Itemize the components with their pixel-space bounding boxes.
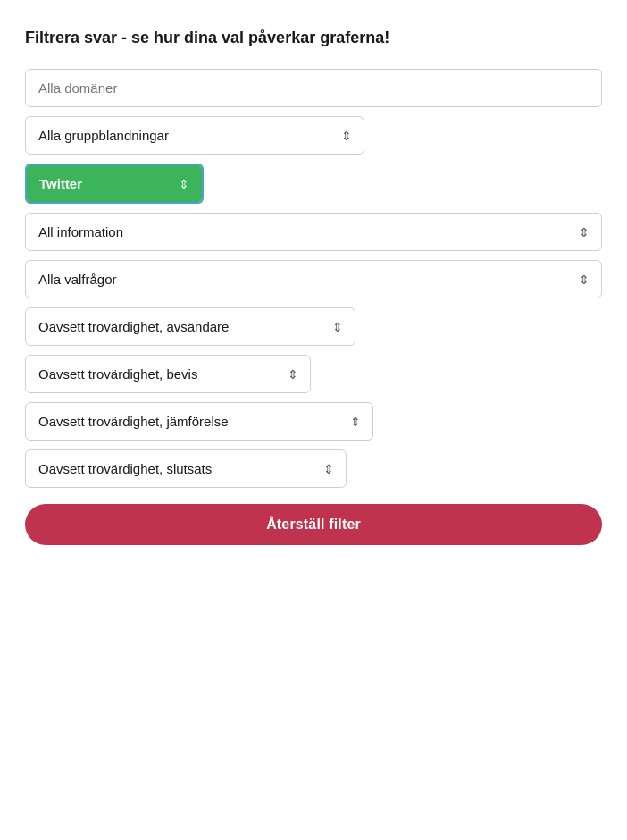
filter-group: Alla gruppblandningar ⇕ Twitter Facebook… [25,69,602,545]
platform-select[interactable]: Twitter Facebook Instagram [27,165,202,202]
credibility-sender-wrapper: Oavsett trovärdighet, avsändare ⇕ [25,307,355,346]
election-wrapper: Alla valfrågor ⇕ [25,260,602,298]
election-select[interactable]: Alla valfrågor [25,260,602,298]
group-mix-wrapper: Alla gruppblandningar ⇕ [25,116,364,155]
credibility-evidence-wrapper: Oavsett trovärdighet, bevis ⇕ [25,355,311,393]
credibility-conclusion-select[interactable]: Oavsett trovärdighet, slutsats [25,449,347,488]
credibility-comparison-wrapper: Oavsett trovärdighet, jämförelse ⇕ [25,402,373,441]
domains-input[interactable] [25,69,602,107]
credibility-sender-select[interactable]: Oavsett trovärdighet, avsändare [25,307,355,346]
credibility-evidence-select[interactable]: Oavsett trovärdighet, bevis [25,355,311,393]
information-wrapper: All information ⇕ [25,213,602,251]
page-title: Filtrera svar - se hur dina val påverkar… [25,27,602,49]
domains-wrapper [25,69,602,107]
credibility-conclusion-wrapper: Oavsett trovärdighet, slutsats ⇕ [25,449,347,488]
credibility-comparison-select[interactable]: Oavsett trovärdighet, jämförelse [25,402,373,441]
filter-container: Filtrera svar - se hur dina val påverkar… [25,27,602,545]
information-select[interactable]: All information [25,213,602,251]
platform-wrapper: Twitter Facebook Instagram ⇕ [25,164,204,204]
group-mix-select[interactable]: Alla gruppblandningar [25,116,364,155]
reset-filter-button[interactable]: Återställ filter [25,504,602,545]
